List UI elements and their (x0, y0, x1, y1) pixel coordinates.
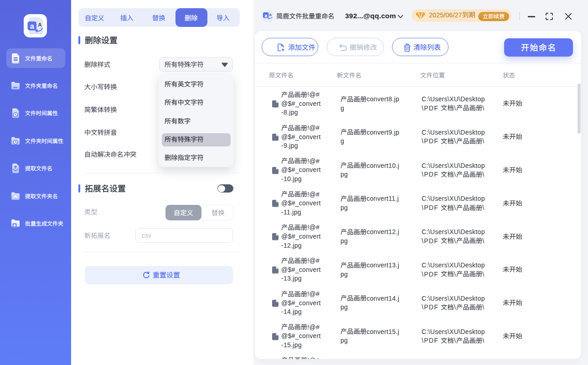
svg-text:a: a (264, 13, 267, 18)
svg-text:a: a (30, 22, 35, 30)
svg-text:A: A (269, 13, 272, 17)
svg-text:A: A (38, 22, 41, 27)
